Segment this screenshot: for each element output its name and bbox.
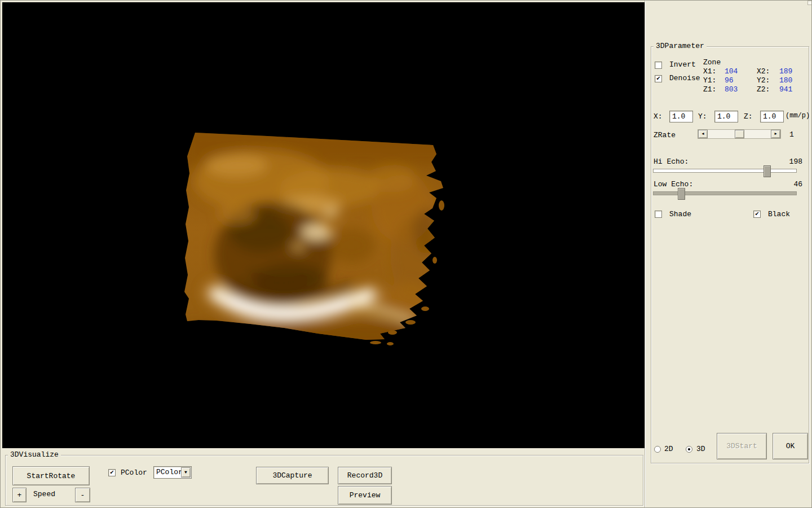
unit-label: (mm/p): [785, 112, 810, 120]
resize-grip: [807, 1, 812, 5]
zone-y2-value: 180: [779, 77, 792, 85]
hi-echo-track[interactable]: [653, 169, 797, 173]
render-viewport[interactable]: [2, 2, 645, 448]
pcolor-combobox-value: PColor: [156, 468, 183, 476]
zrate-scroll-left-button[interactable]: ◄: [698, 130, 708, 138]
start-rotate-button[interactable]: StartRotate: [12, 466, 90, 485]
zone-title: Zone: [703, 59, 721, 67]
zone-x2-label: X2:: [757, 68, 770, 76]
low-echo-value: 46: [785, 181, 802, 189]
start-3d-button[interactable]: 3DStart: [717, 433, 767, 459]
hi-echo-slider-thumb[interactable]: [764, 165, 771, 177]
check-icon: ✔: [755, 211, 759, 217]
zone-x2-value: 189: [779, 68, 792, 76]
z-scale-input[interactable]: [760, 111, 784, 122]
denoise-label[interactable]: Denoise: [669, 75, 700, 82]
chevron-down-icon: ▼: [184, 470, 187, 475]
x-scale-input[interactable]: [669, 111, 693, 122]
zone-x1-value: 104: [725, 68, 738, 76]
group-3dvisualize: 3DVisualize StartRotate + Speed - ✔ PCol…: [5, 455, 643, 506]
capture-3d-button[interactable]: 3DCapture: [256, 467, 329, 484]
arrow-left-icon: ◄: [701, 132, 704, 136]
zone-z2-label: Z2:: [757, 86, 770, 94]
pcolor-combobox[interactable]: PColor ▼: [153, 466, 192, 479]
mode-2d-label[interactable]: 2D: [664, 445, 673, 453]
low-echo-slider-thumb[interactable]: [678, 188, 685, 200]
invert-checkbox[interactable]: [655, 62, 662, 69]
zrate-value: 1: [789, 131, 794, 139]
zone-z1-label: Z1:: [703, 86, 716, 94]
denoise-checkbox[interactable]: ✔: [655, 75, 662, 82]
zrate-scroll-right-button[interactable]: ►: [771, 130, 780, 138]
group-3dparameter: 3DParameter Invert ✔ Denoise Zone X1: 10…: [651, 46, 809, 463]
zone-x1-label: X1:: [703, 68, 716, 76]
check-icon: ✔: [656, 76, 660, 82]
invert-label[interactable]: Invert: [669, 61, 696, 69]
hi-echo-label: Hi Echo:: [654, 158, 689, 166]
zone-y1-label: Y1:: [703, 77, 716, 85]
zrate-scrollbar[interactable]: ◄ ►: [698, 129, 781, 139]
mode-3d-radio[interactable]: [686, 446, 692, 453]
speed-plus-button[interactable]: +: [12, 488, 27, 502]
group-3dvisualize-title: 3DVisualize: [8, 451, 61, 459]
check-icon: ✔: [110, 470, 114, 476]
shade-checkbox[interactable]: [655, 211, 662, 218]
pcolor-combobox-dropdown-button[interactable]: ▼: [181, 467, 191, 478]
z-scale-label: Z:: [744, 113, 753, 121]
zone-z1-value: 803: [725, 86, 738, 94]
mode-3d-label[interactable]: 3D: [696, 445, 705, 453]
low-echo-track[interactable]: [653, 191, 797, 195]
record-3d-button[interactable]: Record3D: [338, 467, 392, 484]
hi-echo-value: 198: [785, 158, 802, 166]
group-3dparameter-title: 3DParameter: [654, 42, 707, 50]
speed-minus-button[interactable]: -: [75, 488, 90, 502]
black-label[interactable]: Black: [768, 211, 790, 218]
ok-button[interactable]: OK: [773, 433, 808, 459]
zrate-scroll-thumb[interactable]: [735, 130, 744, 138]
visualize-panel: 3DVisualize StartRotate + Speed - ✔ PCol…: [1, 448, 645, 508]
app-window: 3DParameter Invert ✔ Denoise Zone X1: 10…: [0, 0, 812, 508]
y-scale-label: Y:: [698, 113, 707, 121]
black-checkbox[interactable]: ✔: [753, 211, 761, 218]
x-scale-label: X:: [654, 113, 663, 121]
zrate-label: ZRate: [654, 132, 676, 139]
y-scale-input[interactable]: [714, 111, 738, 122]
preview-button[interactable]: Preview: [338, 486, 392, 505]
shade-label[interactable]: Shade: [669, 211, 691, 218]
zone-y1-value: 96: [725, 77, 734, 85]
zone-z2-value: 941: [779, 86, 792, 94]
pcolor-label[interactable]: PColor: [121, 469, 147, 477]
parameter-panel: 3DParameter Invert ✔ Denoise Zone X1: 10…: [645, 1, 812, 508]
low-echo-label: Low Echo:: [654, 181, 693, 189]
pcolor-checkbox[interactable]: ✔: [108, 469, 116, 476]
arrow-right-icon: ►: [774, 132, 776, 136]
speed-label: Speed: [33, 491, 55, 498]
ultrasound-3d-render: [183, 129, 453, 349]
mode-2d-radio[interactable]: [654, 446, 661, 453]
zone-y2-label: Y2:: [757, 77, 770, 85]
